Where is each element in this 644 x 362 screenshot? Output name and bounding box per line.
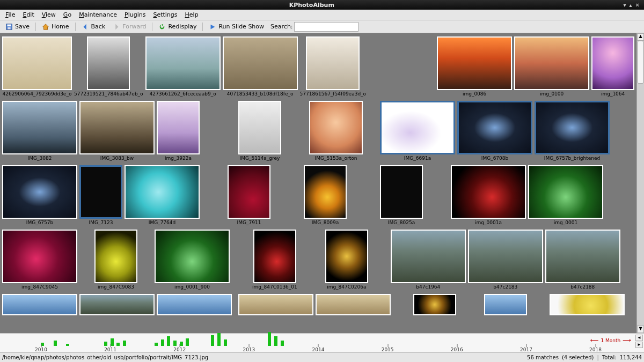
scroll-up-button[interactable]: ▲ — [637, 33, 644, 41]
range-left-icon[interactable]: ⟵ — [590, 337, 599, 344]
thumbnail[interactable] — [380, 165, 423, 219]
thumbnail[interactable] — [451, 165, 526, 219]
timeline-bar[interactable] — [281, 341, 284, 346]
thumbnail[interactable] — [145, 36, 221, 90]
window-minimize-icon[interactable]: ▾ — [624, 2, 626, 8]
toolbar-separator — [152, 23, 152, 31]
thumbnail-gallery[interactable]: 4262906064_792369dd3e_o5772319521_7846ab… — [0, 33, 644, 333]
timeline-bar[interactable] — [116, 343, 120, 346]
timeline-range[interactable]: ⟵ 1 Month ⟶ — [590, 337, 631, 344]
thumbnail[interactable] — [437, 36, 512, 90]
thumbnail[interactable] — [2, 165, 77, 219]
thumbnail[interactable] — [155, 230, 230, 283]
thumbnail[interactable] — [79, 294, 155, 315]
thumbnail[interactable] — [304, 165, 347, 219]
timeline-bar[interactable] — [155, 343, 158, 346]
scrollbar-thumb[interactable] — [638, 41, 643, 84]
window-close-icon[interactable]: ✕ — [635, 2, 640, 8]
thumbnail-label: img_0001 — [554, 220, 577, 225]
thumbnail[interactable] — [157, 294, 232, 315]
timeline-bar[interactable] — [211, 335, 214, 346]
thumbnail[interactable] — [238, 294, 313, 315]
thumbnail[interactable] — [2, 36, 72, 90]
thumbnail-label: IMG_6691a — [404, 156, 431, 161]
home-button[interactable]: Home — [39, 22, 72, 32]
timeline-bar[interactable] — [54, 341, 57, 346]
thumbnail[interactable] — [325, 230, 368, 283]
slideshow-button[interactable]: Run Slide Show — [206, 22, 267, 32]
thumbnail[interactable] — [238, 101, 281, 154]
timeline-bar[interactable] — [274, 336, 277, 346]
play-icon — [209, 23, 216, 31]
scrollbar-track[interactable] — [637, 41, 644, 326]
save-button[interactable]: Save — [2, 22, 33, 32]
thumbnail[interactable] — [79, 165, 122, 219]
timeline-bar[interactable] — [66, 344, 69, 346]
thumbnail[interactable] — [79, 101, 155, 154]
thumbnail[interactable] — [468, 230, 543, 283]
vertical-scrollbar[interactable]: ▲ ▼ — [636, 33, 644, 333]
menu-file[interactable]: File — [2, 10, 18, 19]
menu-settings[interactable]: Settings — [150, 10, 180, 19]
menu-go[interactable]: Go — [60, 10, 75, 19]
thumbnail[interactable] — [316, 294, 391, 315]
timeline-scroll-left[interactable]: ◄ — [635, 335, 643, 341]
thumbnail[interactable] — [157, 101, 200, 154]
menu-plugins[interactable]: Plugins — [121, 10, 149, 19]
thumbnail[interactable] — [380, 101, 455, 154]
thumbnail[interactable] — [2, 230, 77, 283]
thumbnail[interactable] — [413, 294, 456, 315]
toolbar-separator — [35, 23, 36, 31]
thumbnail[interactable] — [484, 294, 527, 315]
redisplay-button[interactable]: Redisplay — [155, 22, 200, 32]
menu-edit[interactable]: Edit — [19, 10, 37, 19]
thumbnail[interactable] — [535, 101, 610, 154]
timeline-bar[interactable] — [173, 341, 177, 346]
timeline-bar[interactable] — [186, 338, 189, 346]
timeline-bar[interactable] — [268, 332, 271, 346]
range-right-icon[interactable]: ⟶ — [623, 337, 631, 344]
scroll-down-button[interactable]: ▼ — [637, 326, 644, 333]
timeline[interactable]: 201020112012201320142015201620172018 ⟵ 1… — [0, 333, 644, 352]
back-button[interactable]: Back — [78, 22, 109, 32]
thumbnail[interactable] — [545, 230, 620, 283]
menu-maintenance[interactable]: Maintenance — [76, 10, 120, 19]
forward-icon — [113, 23, 120, 31]
search-input[interactable] — [294, 22, 358, 32]
window-maximize-icon[interactable]: ▴ — [630, 2, 632, 8]
thumbnail[interactable] — [2, 294, 77, 315]
timeline-bar[interactable] — [224, 339, 227, 346]
thumbnail[interactable] — [591, 36, 634, 90]
thumbnail[interactable] — [87, 36, 130, 90]
menu-help[interactable]: Help — [182, 10, 202, 19]
timeline-year-tick: 2015 — [382, 347, 394, 352]
thumbnail-label: IMG_6708b — [481, 156, 509, 161]
thumbnail[interactable] — [528, 165, 603, 219]
thumbnail[interactable] — [228, 165, 270, 219]
thumbnail[interactable] — [457, 101, 532, 154]
timeline-bar[interactable] — [217, 333, 221, 346]
timeline-scroll-right[interactable]: ► — [635, 342, 643, 348]
thumbnail-label: IMG_6757b_brightened — [544, 156, 600, 161]
thumbnail[interactable] — [253, 230, 296, 283]
thumbnail[interactable] — [125, 165, 200, 219]
thumbnail[interactable] — [306, 36, 360, 90]
svg-marker-5 — [115, 24, 118, 29]
thumbnail-label: img_0100 — [540, 91, 564, 97]
menu-view[interactable]: View — [39, 10, 59, 19]
timeline-bar[interactable] — [161, 339, 164, 346]
timeline-track[interactable]: 201020112012201320142015201620172018 — [3, 334, 633, 352]
timeline-bar[interactable] — [123, 341, 126, 346]
thumbnail[interactable] — [94, 230, 137, 283]
thumbnail[interactable] — [514, 36, 589, 90]
thumbnail[interactable] — [309, 101, 363, 154]
timeline-bar[interactable] — [167, 336, 170, 346]
forward-button[interactable]: Forward — [109, 22, 149, 32]
timeline-year-tick: 2014 — [312, 347, 325, 352]
thumbnail[interactable] — [550, 294, 625, 315]
thumbnail[interactable] — [391, 230, 466, 283]
thumbnail[interactable] — [2, 101, 77, 154]
timeline-bar[interactable] — [104, 342, 107, 346]
thumbnail[interactable] — [223, 36, 298, 90]
thumbnail-label: IMG_5114a_grey — [240, 156, 280, 161]
